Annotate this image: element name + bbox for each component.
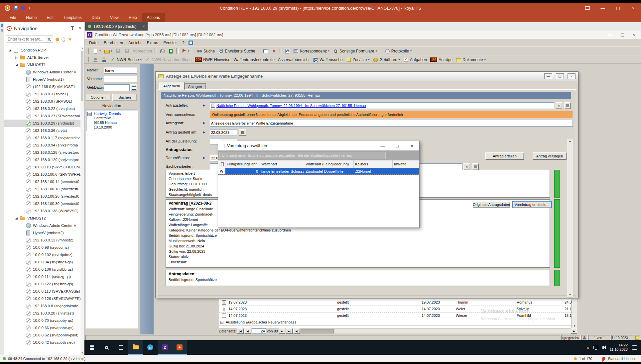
voreintrag-ermitteln-button[interactable]: Voreintrag ermitteln... bbox=[512, 201, 552, 208]
antrag-versagen-button[interactable]: Antrag versagen bbox=[533, 152, 567, 160]
dialog-scrollbar[interactable]: ▲ ▼ bbox=[567, 138, 573, 298]
row-arrow-icon[interactable]: ▶ bbox=[203, 104, 205, 107]
tree-item[interactable]: VMHOST1 bbox=[4, 61, 80, 68]
grid-header-icon-cell[interactable] bbox=[218, 160, 225, 168]
antragsteller-link[interactable]: Natürliche Person: Wohlgemuth, Tommy, 22… bbox=[216, 104, 366, 108]
toolbar-button[interactable]: Waffentransferkontrolle ▾ bbox=[232, 57, 276, 63]
bulb-off-icon[interactable] bbox=[62, 38, 65, 41]
toolbar-button[interactable]: ▾ bbox=[100, 56, 108, 63]
toolbar-button[interactable]: Gebühren ▾ bbox=[371, 56, 401, 63]
originale-antragsdaten-button[interactable]: Originale Antragsdaten bbox=[473, 201, 510, 208]
tree-item[interactable]: 10.0.0.70 (srvapoby-qs) bbox=[4, 317, 80, 324]
tab-close-icon[interactable]: × bbox=[143, 24, 145, 29]
notification-center-icon[interactable] bbox=[632, 345, 637, 350]
task-view-button[interactable] bbox=[114, 340, 128, 355]
orange-app-button[interactable] bbox=[172, 340, 187, 355]
name-field[interactable] bbox=[104, 67, 137, 74]
taskbar-clock[interactable]: 14:22 11.10.2023 bbox=[610, 343, 628, 352]
tab-anlagen[interactable]: Anlagen bbox=[185, 83, 206, 90]
tree-item[interactable]: 10.0.0.62 (srvaponrw-pilot) bbox=[4, 331, 80, 339]
popup-close-button[interactable]: × bbox=[405, 141, 419, 150]
tree-item[interactable]: 10.0.0.126 (SRVEXWAFFE) bbox=[4, 295, 80, 302]
app-maximize-button[interactable]: ▢ bbox=[620, 32, 624, 37]
search-input[interactable] bbox=[6, 36, 45, 43]
tree-item[interactable]: (192.168.0.5) VMHOST1 bbox=[4, 83, 80, 90]
menu-item[interactable]: Extras bbox=[144, 41, 161, 45]
popup-minimize-button[interactable]: — bbox=[375, 141, 390, 150]
tree-expander-icon[interactable] bbox=[15, 56, 20, 59]
toolbar-button[interactable]: ▾ bbox=[114, 48, 122, 54]
person-result-item[interactable]: Hartwig, Dennis Hartstraße 1 93155 Hemau… bbox=[86, 111, 137, 131]
antragsart-field[interactable]: Anzeige des Erwerbs einer Waffe Entgegen… bbox=[210, 120, 573, 127]
app-minimize-button[interactable]: — bbox=[608, 32, 612, 37]
tree-item[interactable]: 192.168.0.28 (srvjsttest) bbox=[4, 310, 80, 317]
bulb-icon[interactable] bbox=[574, 357, 577, 360]
toolbar-button[interactable]: Protokolle ▾ bbox=[383, 48, 413, 54]
antrag-erteilen-button[interactable]: Antrag erteilen bbox=[485, 152, 524, 160]
toolbar-button[interactable]: ▾ bbox=[280, 48, 282, 54]
gestellt-am-date-button[interactable] bbox=[239, 129, 246, 136]
tree-item[interactable]: 192.168.100.26 (srvextest0 bbox=[4, 193, 80, 200]
edit-icon[interactable] bbox=[21, 6, 25, 10]
antragsteller-field[interactable]: Natürliche Person: Wohlgemuth, Tommy, 22… bbox=[210, 102, 554, 109]
toolbar-button[interactable]: ▾ bbox=[380, 48, 382, 54]
tree-expander-icon[interactable] bbox=[9, 48, 14, 52]
toolbar-button[interactable]: Waffensuche ▾ bbox=[312, 56, 344, 63]
tree-item[interactable]: 192.168.0.94 (srvksinfoma bbox=[4, 141, 80, 149]
tree-item[interactable]: 10.0.0.102 (srvrdpdmz) bbox=[4, 251, 80, 258]
toolbar-button[interactable]: ▾ bbox=[167, 48, 175, 54]
optionen-button[interactable]: Optionen bbox=[86, 94, 110, 101]
toolbar-button[interactable]: ▾ bbox=[258, 48, 260, 54]
tree-item[interactable]: ALTE Server bbox=[4, 54, 80, 61]
row-arrow-icon[interactable]: ▶ bbox=[203, 131, 205, 134]
toolbar-grip[interactable] bbox=[88, 48, 89, 54]
toolbar-button[interactable]: ▾ bbox=[91, 48, 102, 54]
clear-sachbearbeiter-button[interactable]: × bbox=[463, 163, 470, 170]
prev-record-button[interactable]: ◀ bbox=[244, 328, 251, 334]
splitter-strip[interactable] bbox=[140, 64, 154, 334]
tree-item[interactable]: 192.168.0.117 (srvjvtestdev bbox=[4, 134, 80, 141]
ribbon-tab[interactable]: Help bbox=[124, 13, 142, 22]
dialog-maximize-button[interactable]: ▢ bbox=[556, 73, 564, 79]
tree-item[interactable]: 10.0.0.114 (srvozg-qs) bbox=[4, 273, 80, 280]
gebdatum-field[interactable] bbox=[104, 84, 130, 91]
tree-item[interactable]: Windows Admin Center V bbox=[4, 222, 80, 229]
maximize-button[interactable]: ▢ bbox=[610, 3, 626, 13]
bulb-on-icon[interactable] bbox=[56, 38, 59, 41]
collapse-icon[interactable]: − bbox=[220, 321, 223, 324]
scroll-down-icon[interactable]: ▼ bbox=[572, 324, 577, 327]
ribbon-tab[interactable]: View bbox=[105, 13, 124, 22]
navigation-scrollbar[interactable]: ▲ ▼ bbox=[80, 46, 84, 355]
speaker-icon[interactable] bbox=[602, 346, 604, 349]
table-scrollbar[interactable]: ▼ bbox=[572, 299, 577, 328]
toolbar-button[interactable]: ▾ bbox=[180, 48, 191, 54]
session-tab[interactable]: 192.168.0.29 (srvdmsts) × bbox=[85, 22, 148, 31]
results-table-row[interactable]: 19.07.2023 gestellt 19.07.2023 Thumm Rom… bbox=[219, 299, 572, 306]
tree-item[interactable]: 10.0.0.106 (srvjstbb-qs) bbox=[4, 266, 80, 273]
col-kaliber1[interactable]: Kaliber1 bbox=[354, 160, 393, 168]
toolbar-button[interactable]: ▾ bbox=[176, 48, 179, 54]
close-button[interactable]: × bbox=[626, 3, 641, 13]
tree-item[interactable]: 192.168.0.36 (srvts) bbox=[4, 127, 80, 134]
ribbon-tab[interactable]: Templates bbox=[59, 13, 87, 22]
toolbar-button[interactable]: NWR-Suche ▾ bbox=[109, 56, 143, 63]
tree-item[interactable]: VMHOST2 bbox=[4, 215, 80, 222]
scroll-right-button[interactable]: ▶ bbox=[571, 328, 577, 334]
scrollbar-thumb[interactable] bbox=[81, 51, 83, 101]
menu-item[interactable]: ? bbox=[180, 41, 187, 45]
dialog-minimize-button[interactable]: — bbox=[544, 73, 552, 79]
row-arrow-icon[interactable]: ▶ bbox=[203, 156, 205, 159]
row-arrow-icon[interactable]: ▶ bbox=[203, 121, 205, 125]
vorname-field[interactable] bbox=[104, 76, 137, 82]
tree-expander-icon[interactable] bbox=[15, 217, 20, 220]
favorites-star-icon[interactable]: ★ bbox=[67, 37, 72, 42]
scroll-down-icon[interactable]: ▼ bbox=[567, 293, 573, 296]
close-icon[interactable]: × bbox=[79, 26, 81, 31]
tree-item[interactable]: 192.168.100.30 (srvextest0 bbox=[4, 200, 80, 207]
first-record-button[interactable]: |◀ bbox=[237, 328, 244, 334]
toolbar-button[interactable]: 209 NWR-Hinweise ▾ bbox=[193, 57, 231, 63]
condition-app-button[interactable]: Z bbox=[158, 340, 172, 355]
toolbar-button[interactable]: ▾ bbox=[91, 56, 99, 63]
app-close-button[interactable]: × bbox=[632, 32, 635, 37]
tree-item[interactable]: 192.168.100.18 (srvextest0 bbox=[4, 185, 80, 193]
